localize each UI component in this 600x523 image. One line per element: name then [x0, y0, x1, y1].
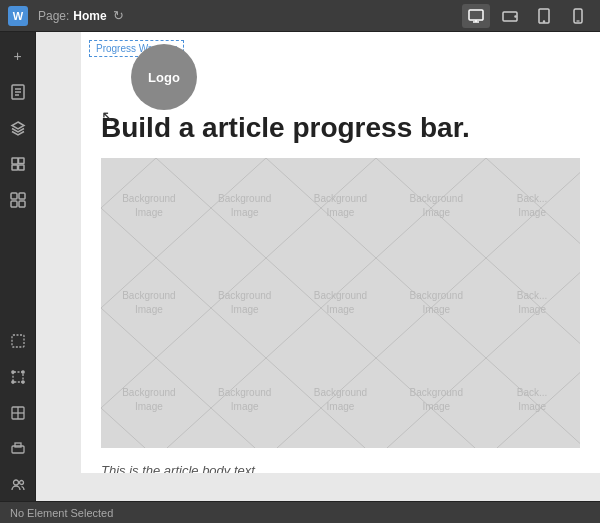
top-bar: W Page: Home ↻: [0, 0, 600, 32]
bg-label-2: BackgroundImage: [197, 158, 293, 255]
svg-point-4: [515, 16, 516, 17]
bg-label-15: Back...Image: [484, 351, 580, 448]
svg-point-23: [11, 371, 13, 373]
users-icon[interactable]: [2, 469, 34, 501]
bg-label-13: BackgroundImage: [293, 351, 389, 448]
bg-label-6: BackgroundImage: [101, 255, 197, 352]
svg-rect-16: [18, 165, 24, 170]
bg-label-10: Back...Image: [484, 255, 580, 352]
cursor: ↖: [101, 107, 114, 126]
pages-icon[interactable]: [2, 76, 34, 108]
mobile-view-icon[interactable]: [564, 4, 592, 28]
page-area: Progress Wrapper Logo ↖ Build a article …: [81, 32, 600, 473]
bg-label-5: Back...Image: [484, 158, 580, 255]
desktop-view-icon[interactable]: [462, 4, 490, 28]
svg-rect-18: [19, 193, 25, 199]
refresh-icon[interactable]: ↻: [113, 8, 124, 23]
layout-tool-icon[interactable]: [2, 397, 34, 429]
bottom-preview-text: This is the article body text...: [81, 456, 600, 473]
webflow-logo: W: [8, 6, 28, 26]
bg-label-11: BackgroundImage: [101, 351, 197, 448]
svg-point-32: [13, 480, 18, 485]
svg-rect-21: [12, 335, 24, 347]
tablet-portrait-view-icon[interactable]: [530, 4, 558, 28]
svg-rect-14: [18, 158, 24, 164]
svg-rect-19: [11, 201, 17, 207]
svg-rect-0: [469, 10, 483, 20]
select-tool-icon[interactable]: [2, 325, 34, 357]
svg-rect-15: [12, 165, 18, 170]
page-name: Home: [73, 9, 106, 23]
svg-rect-22: [13, 372, 23, 382]
tablet-landscape-view-icon[interactable]: [496, 4, 524, 28]
logo-widget[interactable]: Logo: [131, 44, 197, 110]
bg-label-1: BackgroundImage: [101, 158, 197, 255]
svg-rect-13: [12, 158, 18, 164]
bg-label-9: BackgroundImage: [388, 255, 484, 352]
bg-label-12: BackgroundImage: [197, 351, 293, 448]
svg-point-33: [19, 481, 23, 485]
left-sidebar: +: [0, 32, 36, 501]
svg-rect-31: [15, 443, 21, 447]
bg-label-14: BackgroundImage: [388, 351, 484, 448]
status-text: No Element Selected: [10, 507, 113, 519]
bg-label-7: BackgroundImage: [197, 255, 293, 352]
svg-rect-20: [19, 201, 25, 207]
layers-icon[interactable]: [2, 112, 34, 144]
svg-rect-17: [11, 193, 17, 199]
bg-label-3: BackgroundImage: [293, 158, 389, 255]
main-area: +: [0, 32, 600, 501]
svg-point-25: [11, 381, 13, 383]
svg-point-6: [544, 21, 545, 22]
svg-point-24: [21, 371, 23, 373]
background-image-grid: BackgroundImage BackgroundImage Backgrou…: [101, 158, 580, 448]
apps-icon[interactable]: [2, 184, 34, 216]
add-elements-icon[interactable]: +: [2, 40, 34, 72]
svg-point-26: [21, 381, 23, 383]
transform-tool-icon[interactable]: [2, 361, 34, 393]
bg-label-8: BackgroundImage: [293, 255, 389, 352]
bg-label-4: BackgroundImage: [388, 158, 484, 255]
assets-icon[interactable]: [2, 148, 34, 180]
view-mode-icons: [462, 4, 592, 28]
symbol-tool-icon[interactable]: [2, 433, 34, 465]
status-bar: No Element Selected: [0, 501, 600, 523]
logo-text: Logo: [148, 70, 180, 85]
canvas-area[interactable]: Progress Wrapper Logo ↖ Build a article …: [36, 32, 600, 501]
page-label: Page:: [38, 9, 69, 23]
